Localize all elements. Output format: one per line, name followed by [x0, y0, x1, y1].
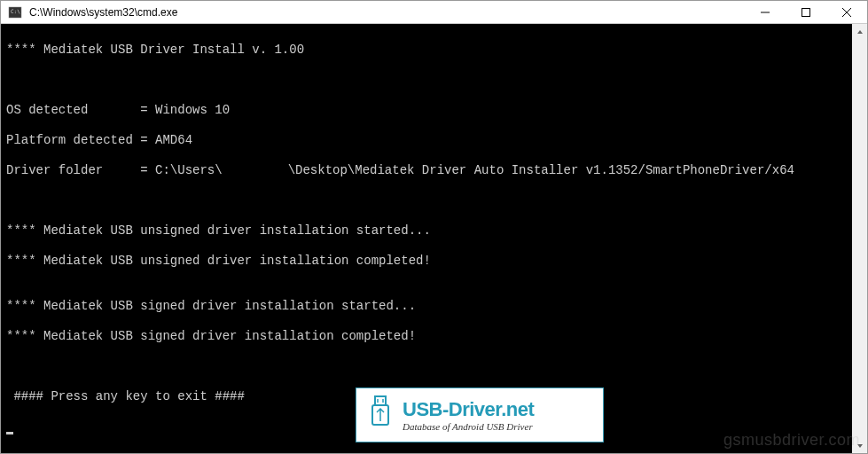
output-line: **** Mediatek USB unsigned driver instal… [6, 254, 847, 269]
svg-marker-6 [857, 30, 863, 34]
output-line: **** Mediatek USB unsigned driver instal… [6, 223, 847, 239]
usb-icon [365, 395, 395, 436]
cmd-window: C:\ C:\Windows\system32\cmd.exe **** Med… [0, 0, 868, 454]
scroll-up-button[interactable] [852, 24, 867, 39]
cmd-icon: C:\ [8, 5, 22, 20]
minimize-button[interactable] [745, 1, 786, 23]
scroll-track[interactable] [852, 39, 867, 438]
terminal-body: **** Mediatek USB Driver Install v. 1.00… [1, 24, 867, 453]
logo-text: USB-Driver.net Database of Android USB D… [403, 398, 534, 432]
window-title: C:\Windows\system32\cmd.exe [27, 6, 745, 19]
titlebar[interactable]: C:\ C:\Windows\system32\cmd.exe [1, 1, 867, 24]
maximize-button[interactable] [786, 1, 826, 23]
output-line: **** Mediatek USB Driver Install v. 1.00 [6, 43, 847, 58]
corner-watermark: gsmusbdriver.com [723, 431, 860, 450]
output-line: **** Mediatek USB signed driver installa… [6, 299, 847, 314]
logo-subtitle: Database of Android USB Driver [403, 421, 534, 432]
redacted-username [223, 165, 288, 176]
close-button[interactable] [826, 1, 867, 23]
output-line: **** Mediatek USB signed driver installa… [6, 329, 847, 344]
svg-text:C:\: C:\ [11, 8, 20, 14]
output-line: Driver folder = C:\Users\\Desktop\Mediat… [6, 163, 847, 178]
logo-title: USB-Driver.net [403, 398, 534, 421]
svg-rect-3 [802, 8, 810, 16]
output-line: OS detected = Windows 10 [6, 103, 847, 118]
logo-watermark: USB-Driver.net Database of Android USB D… [356, 387, 604, 442]
svg-rect-8 [375, 396, 386, 405]
output-line: Platform detected = AMD64 [6, 133, 847, 148]
window-controls [745, 1, 867, 23]
scrollbar[interactable] [852, 24, 867, 453]
cursor [6, 432, 13, 434]
